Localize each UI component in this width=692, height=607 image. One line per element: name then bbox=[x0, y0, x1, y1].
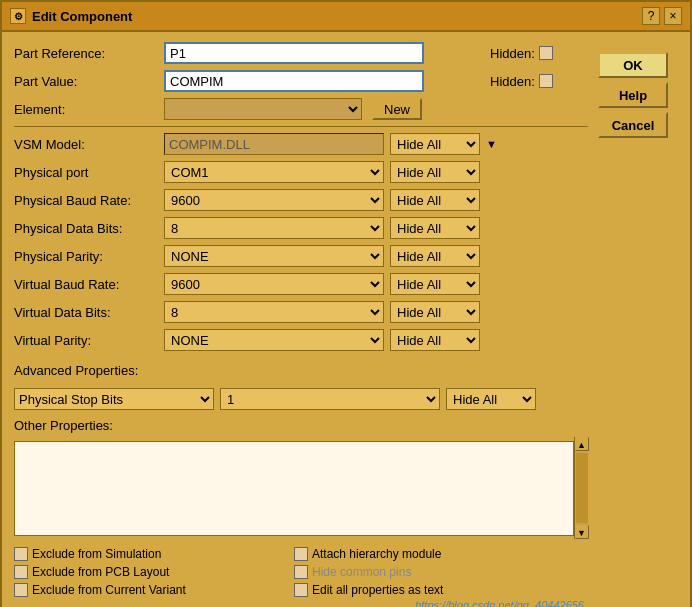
exclude-pcb-row: Exclude from PCB Layout bbox=[14, 565, 274, 579]
scroll-track bbox=[576, 453, 588, 523]
edit-all-row: Edit all properties as text bbox=[294, 583, 554, 597]
edit-all-label: Edit all properties as text bbox=[312, 583, 443, 597]
part-reference-label: Part Reference: bbox=[14, 46, 164, 61]
exclude-simulation-label: Exclude from Simulation bbox=[32, 547, 161, 561]
exclude-variant-row: Exclude from Current Variant bbox=[14, 583, 274, 597]
part-value-hidden-checkbox[interactable] bbox=[539, 74, 553, 88]
physical-parity-dropdown[interactable]: NONE bbox=[164, 245, 384, 267]
virtual-data-label: Virtual Data Bits: bbox=[14, 305, 164, 320]
vsm-model-label: VSM Model: bbox=[14, 137, 164, 152]
vsm-model-row: VSM Model: COMPIM.DLL Hide All ▼ bbox=[14, 133, 588, 155]
physical-parity-label: Physical Parity: bbox=[14, 249, 164, 264]
dialog-icon: ⚙ bbox=[10, 8, 26, 24]
part-reference-hidden-checkbox[interactable] bbox=[539, 46, 553, 60]
part-value-label: Part Value: bbox=[14, 74, 164, 89]
attach-hierarchy-label: Attach hierarchy module bbox=[312, 547, 441, 561]
cancel-button[interactable]: Cancel bbox=[598, 112, 668, 138]
edit-component-dialog: ⚙ Edit Component ? × Part Reference: Hid… bbox=[0, 0, 692, 607]
physical-data-row: Physical Data Bits: 8 Hide All bbox=[14, 217, 588, 239]
exclude-variant-label: Exclude from Current Variant bbox=[32, 583, 186, 597]
title-bar: ⚙ Edit Component ? × bbox=[2, 2, 690, 32]
physical-data-hide-dropdown[interactable]: Hide All bbox=[390, 217, 480, 239]
virtual-baud-dropdown[interactable]: 9600 bbox=[164, 273, 384, 295]
physical-port-dropdown[interactable]: COM1 bbox=[164, 161, 384, 183]
watermark: https://blog.csdn.net/qq_40442656 bbox=[14, 597, 588, 607]
help-title-button[interactable]: ? bbox=[642, 7, 660, 25]
physical-baud-dropdown[interactable]: 9600 bbox=[164, 189, 384, 211]
virtual-parity-hide-dropdown[interactable]: Hide All bbox=[390, 329, 480, 351]
virtual-parity-label: Virtual Parity: bbox=[14, 333, 164, 348]
vsm-model-hide-dropdown[interactable]: Hide All bbox=[390, 133, 480, 155]
new-button[interactable]: New bbox=[372, 98, 422, 120]
physical-data-dropdown[interactable]: 8 bbox=[164, 217, 384, 239]
vsm-model-value: COMPIM.DLL bbox=[164, 133, 384, 155]
advanced-prop-dropdown[interactable]: Physical Stop Bits bbox=[14, 388, 214, 410]
physical-port-hide-dropdown[interactable]: Hide All bbox=[390, 161, 480, 183]
part-reference-hidden-label: Hidden: bbox=[490, 46, 535, 61]
attach-hierarchy-checkbox[interactable] bbox=[294, 547, 308, 561]
dialog-title: Edit Component bbox=[32, 9, 132, 24]
advanced-properties-section-label: Advanced Properties: bbox=[14, 363, 138, 378]
element-select[interactable] bbox=[164, 98, 362, 120]
close-title-button[interactable]: × bbox=[664, 7, 682, 25]
physical-baud-hide-dropdown[interactable]: Hide All bbox=[390, 189, 480, 211]
advanced-hide-dropdown[interactable]: Hide All bbox=[446, 388, 536, 410]
part-value-row: Part Value: Hidden: bbox=[14, 70, 588, 92]
checkboxes-section: Exclude from Simulation Attach hierarchy… bbox=[14, 547, 588, 597]
exclude-pcb-label: Exclude from PCB Layout bbox=[32, 565, 169, 579]
dialog-body: Part Reference: Hidden: Part Value: bbox=[2, 32, 690, 607]
part-value-input[interactable] bbox=[164, 70, 424, 92]
other-properties-textarea[interactable] bbox=[14, 441, 574, 536]
exclude-pcb-checkbox[interactable] bbox=[14, 565, 28, 579]
virtual-baud-row: Virtual Baud Rate: 9600 Hide All bbox=[14, 273, 588, 295]
part-reference-input[interactable] bbox=[164, 42, 424, 64]
help-button[interactable]: Help bbox=[598, 82, 668, 108]
scroll-down-button[interactable]: ▼ bbox=[575, 525, 589, 539]
attach-hierarchy-row: Attach hierarchy module bbox=[294, 547, 554, 561]
other-properties-scrollbar[interactable]: ▲ ▼ bbox=[574, 437, 588, 539]
virtual-baud-label: Virtual Baud Rate: bbox=[14, 277, 164, 292]
physical-baud-row: Physical Baud Rate: 9600 Hide All bbox=[14, 189, 588, 211]
virtual-parity-dropdown[interactable]: NONE bbox=[164, 329, 384, 351]
scroll-up-button[interactable]: ▲ bbox=[575, 437, 589, 451]
virtual-data-row: Virtual Data Bits: 8 Hide All bbox=[14, 301, 588, 323]
part-reference-row: Part Reference: Hidden: bbox=[14, 42, 588, 64]
advanced-num-dropdown[interactable]: 1 bbox=[220, 388, 440, 410]
physical-parity-hide-dropdown[interactable]: Hide All bbox=[390, 245, 480, 267]
physical-port-row: Physical port COM1 Hide All bbox=[14, 161, 588, 183]
other-properties-label: Other Properties: bbox=[14, 418, 588, 433]
ok-button[interactable]: OK bbox=[598, 52, 668, 78]
advanced-properties-row: Physical Stop Bits 1 Hide All bbox=[14, 388, 588, 410]
exclude-variant-checkbox[interactable] bbox=[14, 583, 28, 597]
hide-common-row: Hide common pins bbox=[294, 565, 554, 579]
element-label: Element: bbox=[14, 102, 164, 117]
side-buttons: OK Help Cancel bbox=[588, 42, 678, 607]
virtual-data-hide-dropdown[interactable]: Hide All bbox=[390, 301, 480, 323]
physical-baud-label: Physical Baud Rate: bbox=[14, 193, 164, 208]
part-value-hidden-label: Hidden: bbox=[490, 74, 535, 89]
virtual-baud-hide-dropdown[interactable]: Hide All bbox=[390, 273, 480, 295]
physical-data-label: Physical Data Bits: bbox=[14, 221, 164, 236]
hide-common-checkbox[interactable] bbox=[294, 565, 308, 579]
edit-all-checkbox[interactable] bbox=[294, 583, 308, 597]
hide-common-label: Hide common pins bbox=[312, 565, 411, 579]
physical-parity-row: Physical Parity: NONE Hide All bbox=[14, 245, 588, 267]
virtual-data-dropdown[interactable]: 8 bbox=[164, 301, 384, 323]
virtual-parity-row: Virtual Parity: NONE Hide All bbox=[14, 329, 588, 351]
exclude-simulation-row: Exclude from Simulation bbox=[14, 547, 274, 561]
exclude-simulation-checkbox[interactable] bbox=[14, 547, 28, 561]
advanced-properties-label-row: Advanced Properties: bbox=[14, 357, 588, 382]
physical-port-label: Physical port bbox=[14, 165, 164, 180]
element-row: Element: New bbox=[14, 98, 588, 120]
